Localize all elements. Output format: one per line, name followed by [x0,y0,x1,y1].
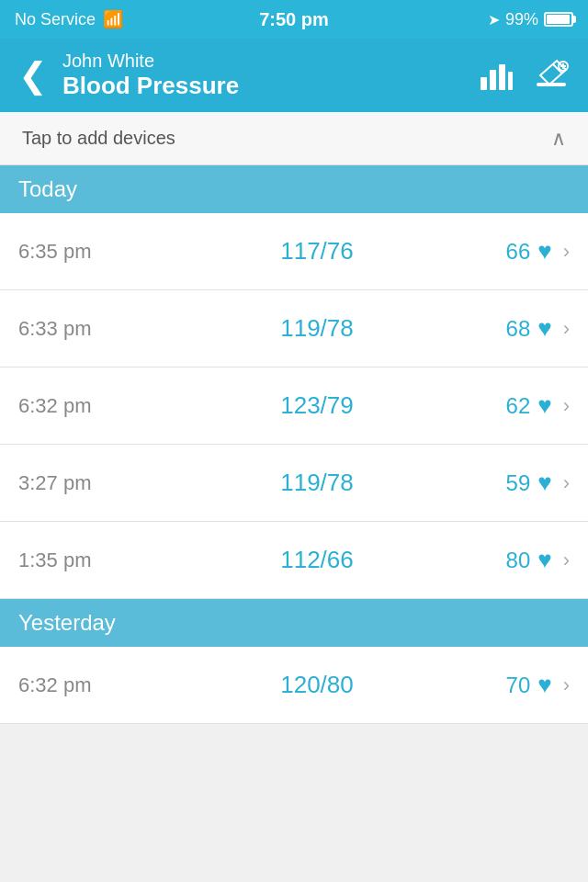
reading-bp-value: 119/78 [165,469,469,497]
svg-rect-0 [481,77,487,90]
carrier-text: No Service [15,10,96,29]
section-title-0: Today [18,176,77,202]
heart-icon: ♥ [537,391,551,420]
wifi-icon: 📶 [103,9,123,29]
add-devices-banner[interactable]: Tap to add devices ∧ [0,112,588,165]
reading-time: 1:35 pm [18,548,165,572]
reading-right-section: 80♥› [469,546,570,574]
nav-bar: ❮ John White Blood Pressure [0,39,588,112]
heart-icon: ♥ [537,469,551,497]
chevron-right-icon: › [563,471,570,495]
reading-time: 6:32 pm [18,394,165,418]
reading-right-section: 59♥› [469,469,570,497]
reading-heart-rate: 62 [506,393,531,419]
heart-icon: ♥ [537,237,551,266]
svg-rect-2 [499,64,505,90]
reading-bp-value: 117/76 [165,237,469,266]
reading-heart-rate: 59 [506,470,531,496]
reading-right-section: 62♥› [469,391,570,420]
reading-heart-rate: 68 [506,316,531,342]
screen-title: Blood Pressure [62,72,239,100]
reading-right-section: 70♥› [469,671,570,699]
svg-rect-3 [508,72,513,90]
heart-icon: ♥ [537,546,551,574]
heart-icon: ♥ [537,314,551,343]
chevron-right-icon: › [563,240,570,264]
reading-time: 6:35 pm [18,240,165,264]
battery-indicator [544,12,573,27]
add-devices-label: Tap to add devices [22,128,175,149]
reading-bp-value: 112/66 [165,546,469,574]
chevron-right-icon: › [563,394,570,418]
reading-row[interactable]: 6:35 pm117/7666♥› [0,213,588,290]
nav-title-block: John White Blood Pressure [62,51,239,100]
chevron-right-icon: › [563,673,570,697]
reading-bp-value: 123/79 [165,391,469,420]
reading-row[interactable]: 3:27 pm119/7859♥› [0,445,588,522]
battery-percent: 99% [505,10,538,29]
chevron-right-icon: › [563,548,570,572]
section-header-0: Today [0,165,588,213]
back-button[interactable]: ❮ [18,58,48,93]
reading-bp-value: 120/80 [165,671,469,699]
reading-heart-rate: 70 [506,673,531,698]
reading-row[interactable]: 6:33 pm119/7868♥› [0,290,588,368]
reading-time: 3:27 pm [18,471,165,495]
readings-list: Today6:35 pm117/7666♥›6:33 pm119/7868♥›6… [0,165,588,724]
reading-time: 6:33 pm [18,317,165,341]
chevron-right-icon: › [563,317,570,341]
patient-name: John White [62,51,239,72]
section-title-1: Yesterday [18,610,116,636]
reading-row[interactable]: 6:32 pm120/8070♥› [0,647,588,724]
collapse-chevron-icon: ∧ [551,127,566,151]
chart-icon-button[interactable] [478,57,514,94]
status-time: 7:50 pm [259,9,329,29]
status-bar: No Service 📶 7:50 pm ➤ 99% [0,0,588,39]
reading-row[interactable]: 6:32 pm123/7962♥› [0,368,588,445]
reading-time: 6:32 pm [18,673,165,697]
section-header-1: Yesterday [0,599,588,647]
add-reading-button[interactable] [533,57,570,94]
reading-bp-value: 119/78 [165,314,469,343]
reading-heart-rate: 66 [506,239,531,265]
nav-actions [478,57,570,94]
reading-right-section: 68♥› [469,314,570,343]
svg-rect-1 [490,70,496,90]
reading-right-section: 66♥› [469,237,570,266]
heart-icon: ♥ [537,671,551,699]
location-icon: ➤ [488,11,500,28]
reading-heart-rate: 80 [506,548,531,573]
reading-row[interactable]: 1:35 pm112/6680♥› [0,522,588,599]
